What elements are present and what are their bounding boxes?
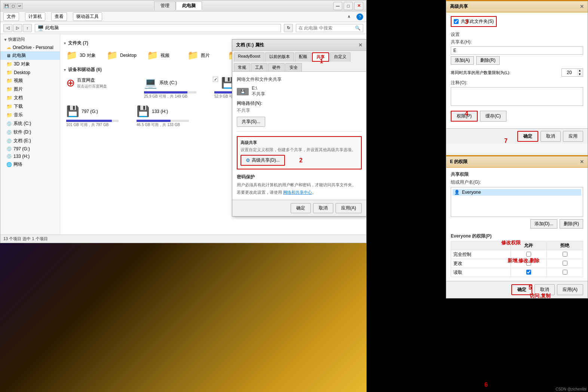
folder-3dobject[interactable]: 📁 3D 对象 xyxy=(63,49,101,62)
ribbon: 文件 计算机 查看 驱动器工具 ∧ ? xyxy=(0,12,366,22)
permissions-dialog: E 的权限 ✕ 共享权限 组或用户名(G): 👤 Everyone 添加(D).… xyxy=(446,155,588,298)
settings-section: 设置 共享名(H): 添加(A) 删除(R) xyxy=(451,31,583,65)
maximize-btn[interactable]: □ xyxy=(344,2,353,10)
back-btn[interactable]: ◁ xyxy=(3,24,12,32)
tab-thispc[interactable]: 此电脑 xyxy=(176,1,202,10)
forward-btn[interactable]: ▷ xyxy=(13,24,22,32)
close-btn[interactable]: ✕ xyxy=(354,2,363,10)
max-users-input[interactable] xyxy=(562,69,577,76)
properties-cancel-btn[interactable]: 取消 xyxy=(313,203,333,213)
folder-video[interactable]: 📁 视频 xyxy=(144,49,181,62)
advanced-cancel-btn[interactable]: 取消 xyxy=(540,131,561,142)
sidebar-item-3dobject[interactable]: 📁 3D 对象 xyxy=(0,60,60,68)
sidebar-group-quickaccess[interactable]: ▼快速访问 xyxy=(0,36,60,43)
sidebar-item-pictures[interactable]: 📁 图片 xyxy=(0,85,60,94)
perm-list-item-everyone[interactable]: 👤 Everyone xyxy=(453,189,581,196)
tab-readyboost[interactable]: ReadyBoost xyxy=(234,52,264,62)
properties-title[interactable]: 文档 (E:) 属性 ✕ xyxy=(232,40,366,51)
sidebar-item-h[interactable]: 💿 133 (H:) xyxy=(0,153,60,160)
sidebar-item-music[interactable]: 📁 音乐 xyxy=(0,111,60,119)
drive-c[interactable]: 💻 系统 (C:) 25.9 GB 可用，共 149 GB xyxy=(141,75,208,101)
annotation-access-text: 访问,复制 xyxy=(530,293,551,299)
perm-dialog-close-btn[interactable]: ✕ xyxy=(580,159,584,165)
add-perm-btn[interactable]: 添加(D)... xyxy=(530,219,558,229)
cache-btn[interactable]: 缓存(C) xyxy=(480,111,506,122)
path-text: 此电脑 xyxy=(45,25,59,31)
ribbon-drive[interactable]: 驱动器工具 xyxy=(73,12,102,21)
tb-icon3[interactable]: ↩ xyxy=(17,3,23,9)
search-input[interactable] xyxy=(298,25,355,31)
search-box[interactable]: 🔍 xyxy=(296,24,363,32)
annotation-modify-text: 修改权限 xyxy=(501,239,521,246)
share-btn[interactable]: 共享(S)... xyxy=(237,117,265,127)
ribbon-view[interactable]: 查看 xyxy=(51,12,67,21)
folder-icon: 📁 xyxy=(6,112,12,118)
max-users-down-btn[interactable]: ▼ xyxy=(577,73,583,76)
drive-baidu[interactable]: ⊕ 百度网盘 双击运行百度网盘 xyxy=(63,75,138,101)
tab-previous-versions[interactable]: 以前的版本 xyxy=(265,52,294,62)
folder-pictures[interactable]: 📁 图片 xyxy=(184,49,222,62)
tab-custom[interactable]: 自定义 xyxy=(330,52,350,62)
permissions-btn[interactable]: 权限(P) xyxy=(451,111,478,122)
sidebar-item-g[interactable]: 💿 797 (G:) xyxy=(0,145,60,153)
network-share-center-link[interactable]: 网络和共享中心 xyxy=(283,190,312,195)
sidebar-item-e[interactable]: 💿 文档 (E:) xyxy=(0,137,60,145)
advanced-panel-title: 高级共享 ✕ xyxy=(446,1,588,12)
share-name-input[interactable] xyxy=(451,46,583,55)
remove-perm-btn[interactable]: 删除(R) xyxy=(560,219,583,229)
tab-manage[interactable]: 管理 xyxy=(154,1,176,10)
tab-general[interactable]: 常规 xyxy=(234,63,250,71)
read-allow-checkbox[interactable] xyxy=(526,270,531,275)
advanced-apply-btn[interactable]: 应用 xyxy=(563,131,583,142)
remove-share-btn[interactable]: 删除(R) xyxy=(476,56,500,65)
sidebar-item-thispc[interactable]: 🖥 此电脑 xyxy=(0,51,60,60)
notes-section: 注释(O): xyxy=(451,80,583,107)
sidebar-item-video[interactable]: 📁 视频 xyxy=(0,76,60,85)
properties-apply-btn[interactable]: 应用(A) xyxy=(336,203,362,213)
change-deny-checkbox[interactable] xyxy=(563,261,567,266)
tab-hardware[interactable]: 硬件 xyxy=(268,63,285,71)
drive-797[interactable]: 💾 797 (G:) 101 GB 可用，共 797 GB xyxy=(63,104,131,129)
sidebar-item-desktop[interactable]: 📁 Desktop xyxy=(0,68,60,76)
minimize-btn[interactable]: ─ xyxy=(333,2,342,10)
sidebar-item-downloads[interactable]: 📁 下载 xyxy=(0,102,60,111)
max-users-row: 将同时共享的用户数量限制为(L): ▲ ▼ xyxy=(451,68,583,77)
fullcontrol-deny-checkbox[interactable] xyxy=(563,252,567,257)
ribbon-file[interactable]: 文件 xyxy=(3,12,19,21)
perm-apply-btn[interactable]: 应用(A) xyxy=(557,284,583,295)
advanced-share-btn[interactable]: ⚙ 高级共享(D)... xyxy=(241,155,285,166)
refresh-btn[interactable]: ↻ xyxy=(284,24,293,32)
sidebar-item-onedrive[interactable]: ☁ OneDrive - Personal xyxy=(0,43,60,51)
sidebar-item-network[interactable]: 🌐 网络 xyxy=(0,160,60,169)
ribbon-computer[interactable]: 计算机 xyxy=(25,12,45,21)
properties-ok-btn[interactable]: 确定 xyxy=(291,203,311,213)
fullcontrol-allow-checkbox[interactable] xyxy=(526,252,531,257)
tb-icon2[interactable]: ▢ xyxy=(10,3,16,9)
address-path[interactable]: 🖥️ 此电脑 xyxy=(35,24,281,32)
up-btn[interactable]: ↑ xyxy=(23,24,32,32)
sidebar-item-c[interactable]: 💿 系统 (C:) xyxy=(0,119,60,128)
folder-icon: 📁 xyxy=(6,61,12,67)
sidebar-item-docs[interactable]: 📁 文档 xyxy=(0,94,60,102)
ribbon-collapse[interactable]: ∧ xyxy=(347,14,350,19)
drive-c-icon: 💻 xyxy=(144,77,157,89)
read-deny-checkbox[interactable] xyxy=(563,270,567,275)
folder-icon: 📁 xyxy=(66,50,77,61)
advanced-panel-close-btn[interactable]: ✕ xyxy=(580,4,584,9)
tab-tools[interactable]: 工具 xyxy=(251,63,267,71)
help-icon[interactable]: ? xyxy=(356,13,363,20)
add-share-btn[interactable]: 添加(A) xyxy=(451,56,474,65)
perm-dialog-title: E 的权限 ✕ xyxy=(446,156,588,168)
properties-close-btn[interactable]: ✕ xyxy=(358,42,362,48)
max-users-label: 将同时共享的用户数量限制为(L): xyxy=(451,70,558,76)
drive-133[interactable]: 💾 133 (H:) 46.5 GB 可用，共 133 GB xyxy=(134,104,201,129)
tab-quota[interactable]: 配额 xyxy=(295,52,311,62)
folder-desktop[interactable]: 📁 Desktop xyxy=(104,49,141,62)
max-users-up-btn[interactable]: ▲ xyxy=(577,69,583,73)
share-this-folder-checkbox[interactable] xyxy=(454,19,459,24)
notes-input[interactable] xyxy=(451,87,583,106)
sidebar-item-d[interactable]: 💿 软件 (D:) xyxy=(0,128,60,137)
folder-icon: 📁 xyxy=(6,95,12,101)
tab-security[interactable]: 安全 xyxy=(285,63,302,71)
advanced-ok-btn[interactable]: 确定 xyxy=(517,131,538,142)
